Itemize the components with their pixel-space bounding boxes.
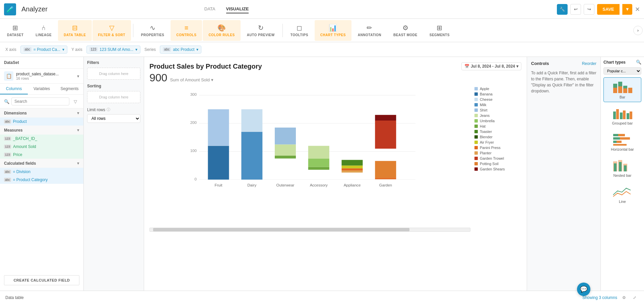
date-range-picker[interactable]: 📅 Jul 8, 2024 - Jul 8, 2024 ▾ xyxy=(461,62,521,70)
bar-appliance-panini[interactable] xyxy=(342,168,363,170)
division-label: = Division xyxy=(13,169,30,174)
limit-select[interactable]: All rows xyxy=(87,114,140,123)
bar-dairy-cheese[interactable] xyxy=(241,109,262,132)
field-division[interactable]: abc = Division xyxy=(0,168,83,176)
undo-btn[interactable]: ↩ xyxy=(570,4,581,15)
toolbar-auto-preview[interactable]: ↻ AUTO PREVIEW xyxy=(241,20,280,41)
settings-icon-btn[interactable]: ⚙ xyxy=(620,294,628,302)
nav-tab-data[interactable]: DATA xyxy=(204,5,215,13)
field-product-category[interactable]: abc = Product Category xyxy=(0,176,83,184)
chart-scrollbar-thumb[interactable] xyxy=(153,228,409,231)
chat-bubble[interactable]: 💬 xyxy=(577,283,590,296)
chart-type-bar[interactable]: Bar xyxy=(603,77,641,102)
bar-garden-gardensh[interactable] xyxy=(375,115,396,121)
search-input[interactable] xyxy=(11,97,69,105)
toolbar-next-btn[interactable]: › xyxy=(633,26,643,35)
y-axis-select[interactable]: 123 123 SUM of Amo... ▾ xyxy=(86,46,140,54)
calculated-section-header[interactable]: Calculated fields ▾ xyxy=(0,159,83,168)
bar-fruit-banana[interactable] xyxy=(208,146,229,180)
tooltips-icon: ◻ xyxy=(297,24,302,32)
chart-type-line[interactable]: Line xyxy=(603,182,641,207)
panel-tab-variables[interactable]: Variables xyxy=(28,84,56,94)
chart-scrollbar[interactable] xyxy=(149,228,470,232)
legend-dot xyxy=(474,135,478,139)
chart-area: Product Sales by Product Category 📅 Jul … xyxy=(144,57,527,291)
redo-btn[interactable]: ↪ xyxy=(584,4,594,15)
tools-icon-btn[interactable]: 🔧 xyxy=(557,4,568,15)
summary-chevron: ▾ xyxy=(211,77,213,82)
legend-item: Blender xyxy=(474,135,521,139)
toolbar-segments[interactable]: ⊞ SEGMENTS xyxy=(424,20,455,41)
bar-garden-trowel[interactable] xyxy=(375,121,396,149)
legend-label: Banana xyxy=(480,92,493,96)
price-label: Price xyxy=(13,152,22,157)
dataset-row[interactable]: 📋 product_sales_datase... 16 rows ▾ xyxy=(0,69,83,84)
toolbar-color-rules[interactable]: 🎨 COLOR RULES xyxy=(203,20,240,41)
toolbar-lineage[interactable]: ⑃ LINEAGE xyxy=(30,20,57,41)
bar-fruit-apple[interactable] xyxy=(208,109,229,146)
field-amount-sold[interactable]: 123 Amount Sold xyxy=(0,143,83,151)
toolbar-beast-mode[interactable]: ⚙ BEAST MODE xyxy=(388,20,423,41)
toolbar-annotation[interactable]: ✏ ANNOTATION xyxy=(352,20,387,41)
y-label-0: 0 xyxy=(194,177,196,181)
field-batch-id[interactable]: 123 _BATCH_ID_ xyxy=(0,135,83,143)
save-button[interactable]: SAVE xyxy=(597,4,619,15)
series-select[interactable]: abc abc Product ▾ xyxy=(160,46,201,54)
toolbar-tooltips[interactable]: ◻ TOOLTIPS xyxy=(285,20,314,41)
filter-icon-btn[interactable]: ▽ xyxy=(71,97,79,105)
x-axis-value: = Product Ca... xyxy=(34,47,60,52)
toolbar-controls[interactable]: ≡ CONTROLS xyxy=(171,20,202,41)
calculated-chevron: ▾ xyxy=(77,161,79,166)
nested-bar-icon xyxy=(613,159,633,172)
toolbar-data-table[interactable]: ⊟ DATA TABLE xyxy=(58,20,91,41)
chart-types-icon: 📊 xyxy=(329,24,337,32)
bar-dairy-milk[interactable] xyxy=(241,132,262,180)
toolbar-dataset[interactable]: ⊞ DATASET xyxy=(1,20,29,41)
chart-summary-label-text: Sum of Amount Sold xyxy=(170,77,210,82)
x-axis-select[interactable]: abc = Product Ca... ▾ xyxy=(20,46,68,54)
chart-type-dropdown[interactable]: Popular c... xyxy=(603,67,641,75)
chart-type-grouped-bar[interactable]: Grouped bar xyxy=(603,103,641,128)
svg-rect-21 xyxy=(614,163,617,171)
bar-appliance-planter[interactable] xyxy=(342,170,363,172)
toolbar-chart-types[interactable]: 📊 CHART TYPES xyxy=(315,20,351,41)
legend-item: Umbrella xyxy=(474,119,521,123)
chart-type-horizontal-bar[interactable]: Horizontal bar xyxy=(603,130,641,154)
reorder-link[interactable]: Reorder xyxy=(582,61,596,66)
bar-outerwear-jeans[interactable] xyxy=(275,144,296,156)
expand-icon-btn[interactable]: ⤢ xyxy=(631,294,639,302)
bar-outerwear-umbrella[interactable] xyxy=(275,156,296,158)
legend-item: Panini Press xyxy=(474,146,521,150)
bar-garden-shears[interactable] xyxy=(375,178,396,179)
bar-accessory-jeans[interactable] xyxy=(308,146,329,159)
bar-appliance-toaster[interactable] xyxy=(342,160,363,166)
legend-item: Banana xyxy=(474,92,521,96)
dimensions-section-header[interactable]: Dimensions ▾ xyxy=(0,108,83,118)
measures-section-header[interactable]: Measures ▾ xyxy=(0,126,83,135)
toolbar-properties[interactable]: ∿ PROPERTIES xyxy=(135,20,170,41)
chart-summary-label[interactable]: Sum of Amount Sold ▾ xyxy=(170,77,213,82)
legend-label: Panini Press xyxy=(480,146,501,150)
bar-appliance-airfryer[interactable] xyxy=(342,165,363,168)
close-btn[interactable]: ✕ xyxy=(635,6,640,13)
panel-tab-columns[interactable]: Columns xyxy=(0,84,28,94)
controls-panel: Controls Reorder To add a Quick Filter, … xyxy=(527,57,600,291)
search-chart-icon[interactable]: 🔍 xyxy=(636,60,641,65)
top-bar: 🧪 Analyzer DATA VISUALIZE 🔧 ↩ ↪ SAVE ▼ ✕ xyxy=(0,0,644,19)
app-logo: 🧪 xyxy=(4,3,16,15)
product-badge: abc xyxy=(4,120,11,124)
controls-header: Controls Reorder xyxy=(531,61,596,66)
field-price[interactable]: 123 Price xyxy=(0,151,83,159)
bar-accessory-hat[interactable] xyxy=(308,167,329,170)
chart-type-nested-bar[interactable]: Nested bar xyxy=(603,156,641,180)
nav-tab-visualize[interactable]: VISUALIZE xyxy=(226,5,249,13)
panel-tab-segments[interactable]: Segments xyxy=(56,84,83,94)
create-calculated-field-btn[interactable]: CREATE CALCULATED FIELD xyxy=(4,275,79,285)
calendar-icon: 📅 xyxy=(464,64,469,69)
save-dropdown-btn[interactable]: ▼ xyxy=(622,4,632,15)
bar-accessory-umbrella[interactable] xyxy=(308,158,329,167)
bar-garden-potting[interactable] xyxy=(375,161,396,178)
field-product[interactable]: abc Product xyxy=(0,118,83,126)
bar-outerwear-shirt[interactable] xyxy=(275,128,296,144)
toolbar-filter-sort[interactable]: ▽ FILTER & SORT xyxy=(92,20,131,41)
